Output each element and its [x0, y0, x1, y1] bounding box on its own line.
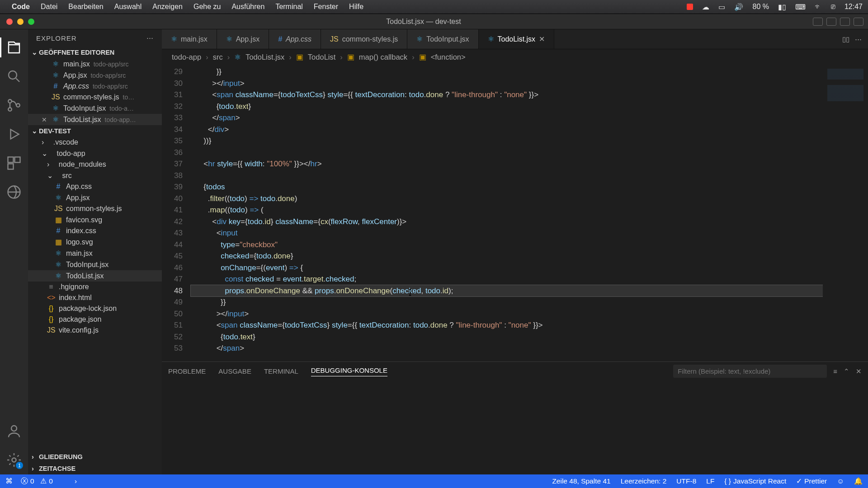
menu-window[interactable]: Fenster [314, 3, 338, 11]
wifi-icon[interactable]: ᯤ [815, 3, 822, 11]
open-editor-item[interactable]: JScommon-styles.js to… [28, 92, 162, 103]
menu-run[interactable]: Ausführen [231, 3, 264, 11]
run-debug-icon[interactable] [6, 126, 22, 142]
bottom-panel: PROBLEME AUSGABE TERMINAL DEBUGGING-KONS… [162, 361, 868, 474]
outline-header[interactable]: ›GLIEDERUNG [28, 451, 162, 463]
status-cursor-position[interactable]: Zeile 48, Spalte 41 [552, 477, 610, 485]
close-editor-icon[interactable]: ✕ [42, 116, 48, 123]
minimap[interactable] [823, 65, 868, 361]
file-icon: ▦ [54, 238, 62, 246]
remote-icon[interactable] [6, 184, 22, 200]
file-item[interactable]: ≡.hgignore [28, 282, 162, 292]
file-item[interactable]: ▦favicon.svg [28, 214, 162, 225]
folder-src[interactable]: ⌄ src [28, 170, 162, 181]
status-prettier[interactable]: ✓ Prettier [796, 477, 827, 485]
control-center-icon[interactable]: ⎚ [831, 3, 835, 11]
keyboard-icon[interactable]: ⌨ [795, 3, 806, 11]
file-item[interactable]: ▦logo.svg [28, 236, 162, 248]
open-editor-item[interactable]: ✕⚛TodoList.jsx todo-app… [28, 114, 162, 125]
window-title: TodoList.jsx — dev-test [34, 18, 813, 26]
status-language[interactable]: { } JavaScript React [724, 477, 786, 485]
toggle-panel-left-icon[interactable] [813, 18, 823, 26]
panel-tab-output[interactable]: AUSGABE [218, 367, 251, 375]
status-errors[interactable]: ⓧ 0 ⚠ 0 [21, 477, 53, 486]
menu-go[interactable]: Gehe zu [193, 3, 221, 11]
file-item[interactable]: ⚛main.jsx [28, 248, 162, 259]
editor-tab[interactable]: JScommon-styles.js [321, 29, 407, 49]
extensions-icon[interactable] [6, 155, 22, 171]
menu-terminal[interactable]: Terminal [275, 3, 302, 11]
file-item[interactable]: <>index.html [28, 292, 162, 303]
file-item[interactable]: {}package-lock.json [28, 303, 162, 314]
editor-tab[interactable]: ⚛TodoList.jsx✕ [479, 29, 555, 49]
open-editors-header[interactable]: ⌄GEÖFFNETE EDITOREN [28, 47, 162, 58]
customize-layout-icon[interactable] [854, 18, 863, 26]
menu-view[interactable]: Anzeigen [152, 3, 183, 11]
panel-tab-debug-console[interactable]: DEBUGGING-KONSOLE [311, 366, 387, 376]
file-item[interactable]: #App.css [28, 181, 162, 192]
folder-vscode[interactable]: › .vscode [28, 137, 162, 148]
open-editor-item[interactable]: ⚛main.jsx todo-app/src [28, 58, 162, 70]
maximize-window-button[interactable] [28, 19, 34, 25]
notifications-icon[interactable]: 🔔 [854, 477, 863, 485]
menu-file[interactable]: Datei [41, 3, 57, 11]
file-icon: ⚛ [226, 35, 232, 43]
explorer-more-icon[interactable]: ⋯ [146, 34, 154, 42]
panel-tab-terminal[interactable]: TERMINAL [264, 367, 298, 375]
file-icon: ⚛ [54, 193, 62, 202]
folder-todo-app[interactable]: ⌄ todo-app [28, 148, 162, 159]
menu-edit[interactable]: Bearbeiten [68, 3, 103, 11]
editor-tab[interactable]: ⚛TodoInput.jsx [407, 29, 478, 49]
minimize-window-button[interactable] [17, 19, 24, 25]
file-item[interactable]: #index.css [28, 225, 162, 236]
status-eol[interactable]: LF [706, 477, 714, 485]
menu-selection[interactable]: Auswahl [114, 3, 142, 11]
folder-node-modules[interactable]: › node_modules [28, 159, 162, 170]
search-icon[interactable] [6, 68, 22, 84]
menubar-app-name[interactable]: Code [12, 3, 30, 11]
open-editor-item[interactable]: #App.css todo-app/src [28, 81, 162, 92]
expand-panel-icon[interactable]: ⌃ [844, 367, 849, 375]
file-item[interactable]: ⚛App.jsx [28, 192, 162, 203]
status-indent[interactable]: Leerzeichen: 2 [621, 477, 667, 485]
clock[interactable]: 12:47 [844, 3, 863, 11]
filter-icon[interactable]: ≡ [833, 367, 837, 375]
close-window-button[interactable] [6, 19, 13, 25]
editor-tab[interactable]: ⚛App.jsx [217, 29, 269, 49]
remote-indicator[interactable]: ⌘ [5, 477, 13, 485]
panel-tab-problems[interactable]: PROBLEME [168, 367, 206, 375]
account-icon[interactable] [6, 423, 22, 439]
breadcrumb-prompt-icon[interactable]: › [75, 477, 77, 485]
open-editor-item[interactable]: ⚛TodoInput.jsx todo-a… [28, 103, 162, 114]
status-encoding[interactable]: UTF-8 [676, 477, 696, 485]
menu-help[interactable]: Hilfe [349, 3, 363, 11]
toggle-panel-right-icon[interactable] [840, 18, 850, 26]
source-control-icon[interactable] [6, 97, 22, 113]
editor-tab[interactable]: #App.css [269, 29, 321, 49]
feedback-icon[interactable]: ☺ [837, 477, 844, 485]
workspace-header[interactable]: ⌄DEV-TEST [28, 125, 162, 137]
file-item[interactable]: {}package.json [28, 314, 162, 325]
close-tab-icon[interactable]: ✕ [539, 35, 545, 43]
cloud-icon[interactable]: ☁ [702, 3, 709, 11]
toggle-panel-bottom-icon[interactable] [826, 18, 836, 26]
code-content[interactable]: }} ></input> <span className={todoTextCs… [191, 65, 823, 361]
editor-tab[interactable]: ⚛main.jsx [162, 29, 217, 49]
file-item[interactable]: JScommon-styles.js [28, 203, 162, 214]
debug-filter-input[interactable] [673, 365, 827, 378]
more-actions-icon[interactable]: ⋯ [855, 35, 862, 43]
settings-gear-icon[interactable]: 1 [6, 452, 22, 468]
timeline-header[interactable]: ›ZEITACHSE [28, 463, 162, 474]
file-item[interactable]: ⚛TodoList.jsx [28, 270, 162, 282]
close-panel-icon[interactable]: ✕ [856, 367, 862, 375]
code-editor[interactable]: 2930313233343536373839404142434445464748… [162, 65, 868, 361]
file-item[interactable]: ⚛TodoInput.jsx [28, 259, 162, 270]
breadcrumbs[interactable]: todo-app› src› ⚛TodoList.jsx› ▣TodoList›… [162, 49, 868, 65]
display-icon[interactable]: ▭ [718, 3, 725, 11]
volume-icon[interactable]: 🔊 [734, 3, 743, 11]
explorer-icon[interactable] [6, 39, 22, 56]
file-item[interactable]: JSvite.config.js [28, 325, 162, 336]
file-icon: ⚛ [52, 115, 60, 124]
split-editor-icon[interactable]: ▯▯ [842, 35, 849, 43]
open-editor-item[interactable]: ⚛App.jsx todo-app/src [28, 70, 162, 81]
